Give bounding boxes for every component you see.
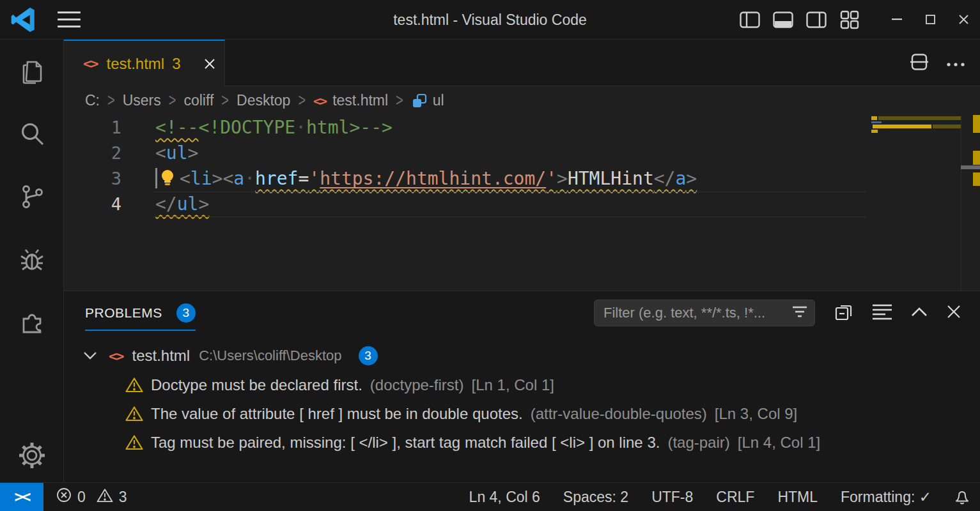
breadcrumb-users[interactable]: Users (123, 92, 161, 109)
window-title: test.html - Visual Studio Code (393, 11, 587, 28)
maximize-panel-icon[interactable] (911, 307, 928, 319)
code-line-3[interactable]: 3<li><a·href='https://htmlhint.com/'>HTM… (64, 166, 980, 192)
warning-icon (125, 377, 143, 393)
close-window-button[interactable] (947, 0, 980, 39)
settings-gear-icon[interactable] (17, 440, 47, 471)
breadcrumb-coliff[interactable]: coliff (183, 92, 214, 109)
breadcrumb-desktop[interactable]: Desktop (237, 92, 290, 109)
split-editor-icon[interactable] (910, 54, 929, 73)
notifications-bell-icon[interactable] (954, 489, 970, 505)
warning-icon (125, 406, 143, 422)
status-bar: >< 0 3 Ln 4, Col 6 Spaces: 2 UTF-8 CRLF … (0, 482, 980, 511)
vscode-window: test.html - Visual Studio Code (0, 0, 980, 511)
code-line-2[interactable]: 2<ul> (64, 141, 980, 166)
code-editor[interactable]: 1<!--<!DOCTYPE·html>-->2<ul>3<li><a·href… (64, 115, 980, 291)
minimize-button[interactable] (880, 0, 914, 39)
warning-icon (97, 488, 113, 507)
editor-actions (910, 40, 965, 86)
tab-problems[interactable]: PROBLEMS 3 (85, 291, 196, 335)
formatting-status[interactable]: Formatting: ✓ (841, 489, 931, 506)
warning-icon (125, 434, 143, 450)
problem-position: [Ln 3, Col 9] (715, 405, 797, 423)
problem-row[interactable]: The value of attribute [ href ] must be … (64, 399, 980, 428)
problems-list: <> test.html C:\Users\coliff\Desktop 3 D… (64, 335, 980, 482)
code-text[interactable]: <!--<!DOCTYPE·html>--> (155, 115, 393, 141)
line-number: 1 (64, 115, 121, 141)
error-count: 0 (77, 489, 86, 506)
lightbulb-icon[interactable] (159, 169, 176, 195)
cursor-position[interactable]: Ln 4, Col 6 (469, 489, 540, 506)
code-text[interactable]: <li><a·href='https://htmlhint.com/'>HTML… (155, 166, 697, 192)
chevron-right-icon: > (298, 91, 306, 111)
problems-file-name: test.html (132, 347, 191, 365)
editor-group: <> test.html 3 (64, 40, 980, 291)
problems-file-group[interactable]: <> test.html C:\Users\coliff\Desktop 3 (64, 341, 980, 370)
tab-close-icon[interactable] (204, 58, 215, 70)
collapse-all-icon[interactable] (834, 302, 853, 324)
filter-input[interactable] (603, 305, 791, 321)
language-mode[interactable]: HTML (777, 489, 818, 506)
breadcrumb-symbol[interactable]: ul (433, 92, 444, 109)
text-cursor (155, 168, 157, 188)
view-as-table-icon[interactable] (873, 303, 892, 323)
panel-header: PROBLEMS 3 (64, 291, 980, 335)
encoding[interactable]: UTF-8 (651, 489, 693, 506)
eol-sequence[interactable]: CRLF (716, 489, 754, 506)
indentation[interactable]: Spaces: 2 (563, 489, 628, 506)
breadcrumb-file[interactable]: test.html (332, 92, 388, 109)
code-text[interactable]: </ul> (155, 192, 209, 217)
minimap[interactable] (871, 115, 961, 262)
title-bar: test.html - Visual Studio Code (0, 0, 980, 40)
breadcrumb: C: > Users > coliff > Desktop > <> test.… (64, 86, 980, 115)
chevron-right-icon: > (396, 91, 403, 111)
maximize-button[interactable] (914, 0, 947, 39)
problem-message: Doctype must be declared first. (151, 376, 362, 394)
breadcrumb-drive[interactable]: C: (85, 92, 100, 109)
status-problems[interactable]: 0 3 (56, 487, 127, 507)
toggle-panel-icon[interactable] (766, 0, 800, 39)
problem-message: Tag must be paired, missing: [ </li> ], … (151, 434, 660, 452)
menu-hamburger-icon[interactable] (58, 11, 81, 27)
search-icon[interactable] (17, 119, 47, 149)
symbol-element-icon (411, 93, 428, 109)
problem-source: (attr-value-double-quotes) (531, 405, 707, 423)
problem-message: The value of attribute [ href ] must be … (151, 405, 523, 423)
overview-ruler[interactable] (961, 115, 980, 291)
chevron-right-icon: > (221, 91, 229, 111)
extensions-icon[interactable] (17, 307, 47, 337)
problem-row[interactable]: Doctype must be declared first. (doctype… (64, 370, 980, 399)
more-actions-icon[interactable] (947, 57, 965, 69)
toggle-secondary-sidebar-icon[interactable] (800, 0, 833, 39)
problems-filter[interactable] (594, 300, 815, 326)
run-debug-icon[interactable] (17, 244, 47, 275)
code-lines: 1<!--<!DOCTYPE·html>-->2<ul>3<li><a·href… (64, 115, 980, 217)
problems-file-path: C:\Users\coliff\Desktop (199, 347, 341, 364)
problems-panel: PROBLEMS 3 (64, 291, 980, 482)
chevron-down-icon[interactable] (83, 351, 97, 360)
explorer-icon[interactable] (17, 56, 47, 87)
html-file-icon: <> (83, 56, 98, 72)
problem-position: [Ln 1, Col 1] (472, 376, 554, 394)
url-link[interactable]: https://htmlhint.com/ (320, 168, 546, 189)
tab-problem-count: 3 (172, 55, 180, 73)
title-bar-controls (733, 0, 980, 39)
code-line-4[interactable]: 4</ul> (64, 192, 980, 217)
customize-layout-icon[interactable] (833, 0, 866, 39)
vscode-logo-icon (10, 6, 38, 34)
close-panel-icon[interactable] (947, 305, 961, 321)
panel-actions (594, 291, 961, 335)
problem-row[interactable]: Tag must be paired, missing: [ </li> ], … (64, 428, 980, 457)
toggle-primary-sidebar-icon[interactable] (733, 0, 766, 39)
chevron-right-icon: > (169, 91, 176, 111)
tab-test-html[interactable]: <> test.html 3 (64, 40, 225, 86)
file-problems-badge: 3 (359, 346, 378, 365)
html-file-icon: <> (109, 348, 123, 364)
filter-icon[interactable] (791, 305, 808, 321)
code-line-1[interactable]: 1<!--<!DOCTYPE·html>--> (64, 115, 980, 141)
source-control-icon[interactable] (17, 181, 47, 212)
remote-indicator[interactable]: >< (0, 483, 43, 511)
code-text[interactable]: <ul> (155, 141, 198, 166)
tab-bar: <> test.html 3 (64, 40, 980, 86)
problems-tab-label: PROBLEMS (85, 305, 162, 321)
line-number: 2 (64, 141, 121, 166)
